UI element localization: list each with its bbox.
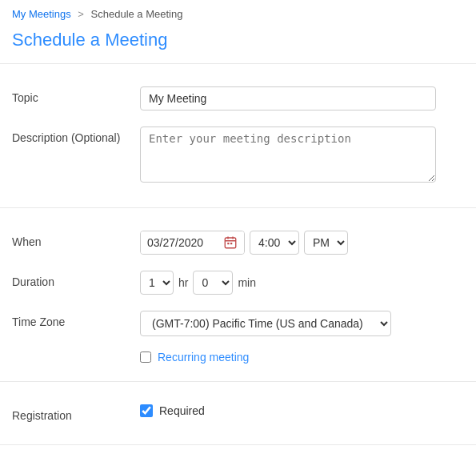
time-select[interactable]: 4:00 4:15 4:30 4:45 5:00 bbox=[250, 231, 299, 255]
ampm-select[interactable]: AM PM bbox=[304, 231, 348, 255]
min-label: min bbox=[238, 276, 256, 289]
breadcrumb-separator: > bbox=[78, 8, 84, 20]
when-label: When bbox=[12, 231, 140, 248]
registration-control: Required bbox=[140, 404, 464, 417]
when-inputs: 4:00 4:15 4:30 4:45 5:00 AM PM bbox=[140, 231, 464, 255]
recurring-row: Recurring meeting bbox=[12, 344, 464, 367]
calendar-icon[interactable] bbox=[217, 231, 244, 254]
breadcrumb-parent-link[interactable]: My Meetings bbox=[12, 8, 71, 20]
registration-inputs: Required bbox=[140, 404, 464, 417]
required-checkbox[interactable] bbox=[140, 404, 153, 417]
page-title: Schedule a Meeting bbox=[0, 26, 476, 63]
topic-label: Topic bbox=[12, 86, 140, 104]
when-section: When bbox=[0, 207, 476, 381]
duration-control: 0 1 2 3 4 hr 0 15 30 45 min bbox=[140, 271, 464, 295]
timezone-row: Time Zone (GMT-7:00) Pacific Time (US an… bbox=[12, 303, 464, 344]
topic-row: Topic bbox=[12, 78, 464, 119]
hr-label: hr bbox=[178, 276, 188, 289]
breadcrumb: My Meetings > Schedule a Meeting bbox=[0, 0, 476, 26]
registration-label: Registration bbox=[12, 404, 140, 422]
recurring-checkbox[interactable] bbox=[140, 352, 151, 363]
timezone-control: (GMT-7:00) Pacific Time (US and Canada) … bbox=[140, 311, 464, 336]
duration-hr-select[interactable]: 0 1 2 3 4 bbox=[140, 271, 174, 295]
topic-input[interactable] bbox=[140, 86, 436, 110]
registration-row: Registration Required bbox=[12, 396, 464, 430]
description-input[interactable] bbox=[140, 127, 436, 183]
topic-control bbox=[140, 86, 464, 110]
duration-label: Duration bbox=[12, 271, 140, 288]
date-input-wrap bbox=[140, 231, 245, 255]
timezone-label: Time Zone bbox=[12, 311, 140, 328]
duration-row: Duration 0 1 2 3 4 hr 0 15 30 45 min bbox=[12, 263, 464, 303]
recurring-label[interactable]: Recurring meeting bbox=[158, 351, 249, 364]
description-row: Description (Optional) bbox=[12, 119, 464, 193]
required-label: Required bbox=[159, 404, 205, 417]
svg-rect-4 bbox=[227, 243, 229, 244]
when-control: 4:00 4:15 4:30 4:45 5:00 AM PM bbox=[140, 231, 464, 255]
description-control bbox=[140, 127, 464, 185]
breadcrumb-current: Schedule a Meeting bbox=[91, 8, 183, 20]
duration-min-select[interactable]: 0 15 30 45 bbox=[193, 271, 233, 295]
description-label: Description (Optional) bbox=[12, 127, 140, 144]
meeting-id-section: Meeting ID Generate Automatically Person… bbox=[0, 444, 476, 462]
duration-inputs: 0 1 2 3 4 hr 0 15 30 45 min bbox=[140, 271, 464, 295]
date-input[interactable] bbox=[141, 231, 217, 254]
svg-rect-5 bbox=[230, 243, 232, 244]
timezone-select[interactable]: (GMT-7:00) Pacific Time (US and Canada) … bbox=[140, 311, 391, 336]
topic-section: Topic Description (Optional) bbox=[0, 63, 476, 207]
registration-section: Registration Required bbox=[0, 381, 476, 444]
when-row: When bbox=[12, 223, 464, 263]
